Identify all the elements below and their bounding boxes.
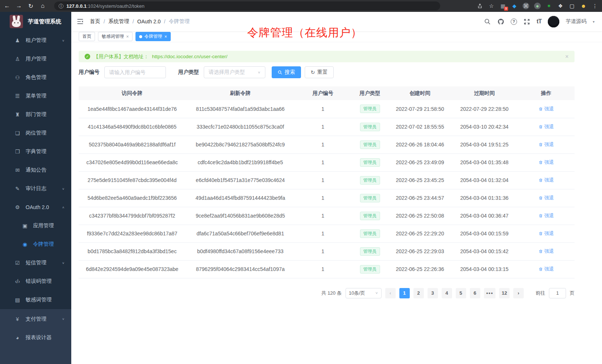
created-time-cell: 2022-07-29 21:58:50 <box>389 100 451 118</box>
browser-back-icon[interactable]: ← <box>4 3 10 9</box>
force-logout-button[interactable]: 强退 <box>539 212 554 219</box>
sidebar-item[interactable]: ♜ 部门管理 <box>0 105 71 124</box>
force-logout-button[interactable]: 强退 <box>539 266 554 272</box>
force-logout-button[interactable]: 强退 <box>539 248 554 255</box>
sidebar-item[interactable]: ▣ 应用管理 <box>0 216 71 235</box>
extension-icon[interactable]: ▢ <box>569 3 575 9</box>
user-type-select[interactable]: 请选择用户类型 ∨ <box>204 66 265 78</box>
search-button[interactable]: 搜索 <box>272 66 301 78</box>
force-logout-button[interactable]: 强退 <box>539 141 554 148</box>
table-row: 1ea5e44f8bc1467aaede43144f31de76 811c530… <box>79 100 575 118</box>
site-info-icon[interactable]: i <box>59 4 63 9</box>
doc-link[interactable]: https://doc.iocoder.cn/user-center/ <box>152 54 228 59</box>
sidebar-item[interactable]: ◕ 报表设计器 <box>0 328 71 346</box>
breadcrumb-item[interactable]: 令牌管理 <box>169 18 190 25</box>
sidebar-item[interactable]: ⚇ 角色管理 <box>0 68 71 87</box>
sidebar-item[interactable]: ⚙ OAuth 2.0 ∧ <box>0 198 71 216</box>
user-menu-caret-icon[interactable]: ▾ <box>593 20 595 24</box>
action-cell: 强退 <box>518 153 575 171</box>
sidebar-item[interactable]: ❒ 字典管理 <box>0 142 71 161</box>
breadcrumb-item[interactable]: 首页 <box>90 18 100 25</box>
breadcrumb-separator: / <box>164 19 166 24</box>
sidebar-item[interactable]: ♟ 租户管理 ∨ <box>0 31 71 50</box>
github-icon[interactable] <box>497 18 504 25</box>
sidebar-item[interactable]: ✎ 审计日志 ∨ <box>0 179 71 198</box>
fullscreen-icon[interactable] <box>523 18 530 25</box>
breadcrumb-item[interactable]: 系统管理 <box>108 18 129 25</box>
user-type-badge: 管理员 <box>360 247 380 256</box>
sidebar-item[interactable]: ◉ 令牌管理 <box>0 235 71 254</box>
table-header-cell: 用户类型 <box>351 86 389 100</box>
sidebar-item[interactable]: ☰ 菜单管理 <box>0 87 71 105</box>
extension-icon[interactable]: ● <box>534 3 541 9</box>
extension-icon[interactable]: ⌘ <box>523 3 529 9</box>
next-page-button[interactable]: › <box>513 288 524 298</box>
sidebar-item[interactable]: ❏ 岗位管理 <box>0 124 71 142</box>
reset-button[interactable]: ↻ 重置 <box>305 66 334 78</box>
sidebar-item[interactable]: ¥ 支付管理 ∨ <box>0 309 71 328</box>
collapse-sidebar-icon[interactable] <box>76 18 84 25</box>
address-bar[interactable]: i 127.0.0.1:1024/system/oauth2/token <box>54 1 440 10</box>
browser-home-icon[interactable]: ⌂ <box>39 3 46 9</box>
force-logout-button[interactable]: 强退 <box>539 159 554 166</box>
user-type-cell: 管理员 <box>351 136 389 153</box>
user-avatar[interactable] <box>548 16 559 27</box>
force-logout-button[interactable]: 强退 <box>539 123 554 130</box>
sidebar-item-icon: ☑ <box>14 260 21 266</box>
force-logout-button[interactable]: 强退 <box>539 106 554 112</box>
page-button[interactable]: 5 <box>456 288 466 298</box>
browser-menu-icon[interactable]: ⋮ <box>592 3 598 9</box>
page-button[interactable]: 1 <box>399 288 410 298</box>
sidebar-item-icon: ♙ <box>14 56 21 62</box>
extension-icon[interactable]: ◆ <box>511 3 518 9</box>
help-icon[interactable]: ? <box>511 19 517 25</box>
tag-close-icon[interactable]: × <box>126 34 129 39</box>
page-button[interactable]: ●●● <box>484 288 495 298</box>
app-logo[interactable]: 芋道管理系统 <box>0 12 71 31</box>
page-size-select[interactable]: 10条/页 ∨ <box>346 288 382 298</box>
goto-page-input[interactable] <box>549 288 566 298</box>
page-button[interactable]: 6 <box>470 288 480 298</box>
force-logout-button[interactable]: 强退 <box>539 195 554 201</box>
sidebar-item[interactable]: ▤ 敏感词管理 <box>0 291 71 309</box>
tag-tab[interactable]: 敏感词管理 × <box>98 32 132 41</box>
tag-close-icon[interactable]: × <box>164 34 167 39</box>
extension-icon[interactable]: ✶ <box>546 3 552 9</box>
app-title: 芋道管理系统 <box>28 18 61 25</box>
user-id-cell: 1 <box>295 260 351 278</box>
tag-label: 令牌管理 <box>144 33 162 40</box>
browser-forward-icon[interactable]: → <box>16 3 22 9</box>
bookmark-star-icon[interactable]: ☆ <box>488 3 495 9</box>
font-size-icon[interactable]: tT <box>537 18 542 25</box>
extension-badge: 9 <box>504 7 508 11</box>
sidebar-item[interactable]: ☑ 短信管理 ∨ <box>0 254 71 272</box>
share-icon[interactable] <box>477 3 483 9</box>
sidebar-item[interactable]: ♙ 用户管理 <box>0 50 71 68</box>
page-button[interactable]: 12 <box>499 288 510 298</box>
extension-icon[interactable]: ▦ 9 <box>500 3 506 9</box>
extension-icon[interactable]: ☻ <box>580 3 587 9</box>
page-button[interactable]: 2 <box>413 288 424 298</box>
tag-tab[interactable]: 令牌管理 × <box>135 32 171 41</box>
sidebar-item[interactable]: ✉ 通知公告 <box>0 161 71 179</box>
breadcrumb-item[interactable]: OAuth 2.0 <box>137 19 161 24</box>
prev-page-button[interactable]: ‹ <box>385 288 396 298</box>
expire-time-cell: 2054-03-04 00:36:47 <box>451 207 518 225</box>
url-host: 127.0.0.1 <box>66 3 86 9</box>
tag-tab[interactable]: 首页 <box>79 32 95 41</box>
user-name[interactable]: 芋道源码 <box>566 18 586 25</box>
force-logout-button[interactable]: 强退 <box>539 230 554 237</box>
sidebar-item[interactable]: ‹/› 错误码管理 <box>0 272 71 291</box>
page-button[interactable]: 3 <box>428 288 438 298</box>
browser-reload-icon[interactable]: ↻ <box>27 3 34 10</box>
force-logout-button[interactable]: 强退 <box>539 177 554 183</box>
extension-icon[interactable]: ❖ <box>557 3 564 9</box>
user-id-input[interactable] <box>104 66 166 78</box>
created-time-cell: 2022-06-25 22:29:03 <box>389 242 451 260</box>
page-button[interactable]: 4 <box>442 288 452 298</box>
extension-glyph: ⌘ <box>523 3 529 9</box>
search-icon[interactable] <box>484 18 491 25</box>
sidebar-item-label: 部门管理 <box>26 111 46 118</box>
alert-close-icon[interactable]: × <box>565 53 569 60</box>
created-time-cell: 2022-06-25 22:29:20 <box>389 225 451 242</box>
